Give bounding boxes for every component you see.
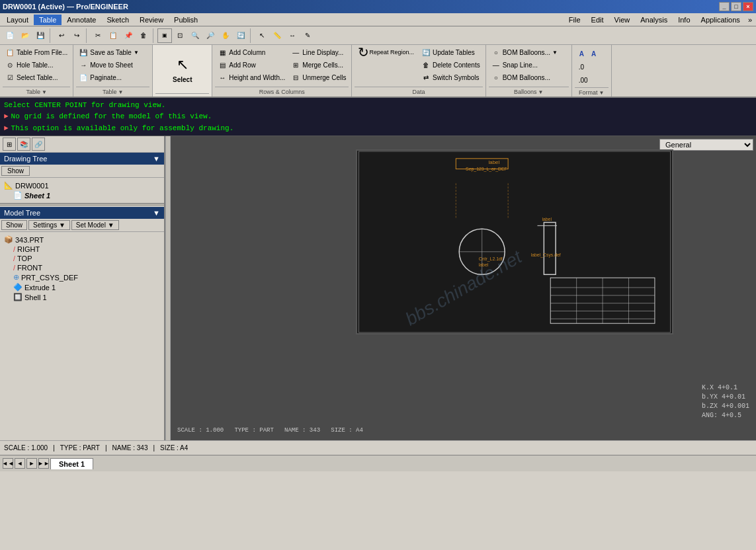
- menu-publish[interactable]: Publish: [169, 15, 203, 25]
- bom-balloons2-button[interactable]: ○ BOM Balloons...: [489, 71, 560, 83]
- height-width-button[interactable]: ↔ Height and Width...: [215, 71, 288, 83]
- shell-icon: 🔲: [13, 293, 22, 301]
- tree-item-drw0001[interactable]: 📐 DRW0001: [3, 180, 161, 190]
- minimize-button[interactable]: _: [719, 2, 730, 11]
- menu-annotate[interactable]: Annotate: [62, 15, 101, 25]
- maximize-button[interactable]: □: [731, 2, 741, 11]
- menu-applications[interactable]: Applications: [696, 15, 745, 25]
- unmerge-cells-button[interactable]: ⊟ Unmerge Cells: [288, 71, 349, 83]
- zoom-fit-button[interactable]: ⊡: [173, 28, 187, 43]
- message-line-2: ► No grid is defined for the model of th…: [4, 112, 752, 120]
- switch-symbols-button[interactable]: ⇄ Switch Symbols: [419, 71, 483, 83]
- svg-rect-0: [358, 151, 670, 333]
- merge-cells-button[interactable]: ⊞ Merge Cells...: [288, 59, 349, 71]
- select-table-button[interactable]: ☑ Select Table...: [3, 71, 70, 83]
- layer-button[interactable]: 📚: [17, 138, 30, 151]
- add-row-button[interactable]: ▤ Add Row: [215, 59, 288, 71]
- sheet-nav-last[interactable]: ►►: [38, 458, 49, 469]
- ribbon-collapse-button[interactable]: »: [745, 15, 755, 25]
- grid-toggle-button[interactable]: ⊞: [3, 138, 16, 151]
- close-button[interactable]: ×: [743, 2, 753, 11]
- model-tree-settings-button[interactable]: Settings ▼: [28, 220, 70, 230]
- hole-table-button[interactable]: ⊙ Hole Table...: [3, 59, 70, 71]
- group2-expand-icon[interactable]: ▼: [118, 89, 124, 95]
- new-button[interactable]: 📄: [3, 28, 17, 43]
- line-display-button[interactable]: — Line Display...: [288, 46, 349, 58]
- menu-sketch[interactable]: Sketch: [101, 15, 134, 25]
- pan-button[interactable]: ✋: [218, 28, 233, 43]
- select-area-button[interactable]: ▣: [157, 28, 172, 43]
- model-tree-collapse[interactable]: ▼: [153, 209, 160, 217]
- menu-file[interactable]: File: [564, 15, 586, 25]
- format-expand-icon[interactable]: ▼: [599, 90, 605, 96]
- tree-item-343prt[interactable]: 📦 343.PRT: [3, 235, 161, 245]
- format-bold-button[interactable]: A: [589, 48, 599, 59]
- open-button[interactable]: 📂: [18, 28, 32, 43]
- menu-edit[interactable]: Edit: [586, 15, 609, 25]
- tree-item-shell1[interactable]: 🔲 Shell 1: [3, 292, 161, 302]
- sheet-nav-next[interactable]: ►: [26, 458, 37, 469]
- table-from-file-button[interactable]: 📋 Table From File...: [3, 46, 70, 58]
- menu-view[interactable]: View: [609, 15, 636, 25]
- right-plane-icon: /: [13, 245, 15, 253]
- rotate-button[interactable]: 🔄: [233, 28, 248, 43]
- bom-balloons-button[interactable]: ○ BOM Balloons... ▼: [489, 46, 560, 58]
- vertical-separator[interactable]: [165, 136, 171, 440]
- repeat-region-button[interactable]: ↻ Repeat Region...: [355, 46, 418, 58]
- dimension-button[interactable]: ↔: [285, 28, 300, 43]
- canvas-area[interactable]: bbs.chinade.net General Detailed Project…: [171, 136, 756, 440]
- tree-item-top[interactable]: / TOP: [3, 254, 161, 263]
- snap-line-button[interactable]: — Snap Line...: [489, 59, 560, 71]
- tree-item-sheet1[interactable]: 📄 Sheet 1: [3, 190, 161, 200]
- sheet-tab-1[interactable]: Sheet 1: [50, 458, 93, 469]
- undo-button[interactable]: ↩: [54, 28, 69, 43]
- drawing-tree-collapse[interactable]: ▼: [153, 155, 160, 163]
- drawing-tree-show-button[interactable]: Show: [1, 166, 30, 176]
- save-as-table-button[interactable]: 💾 Save as Table ▼: [76, 46, 142, 58]
- tree-item-csys[interactable]: ⊕ PRT_CSYS_DEF: [3, 272, 161, 282]
- delete-contents-button[interactable]: 🗑 Delete Contents: [419, 59, 483, 71]
- format-decimal-button[interactable]: .0: [576, 61, 599, 73]
- add-column-button[interactable]: ▦ Add Column: [215, 46, 288, 58]
- merge-cells-icon: ⊞: [291, 60, 300, 69]
- copy-button[interactable]: 📋: [106, 28, 120, 43]
- balloons-expand-icon[interactable]: ▼: [538, 89, 544, 95]
- zoom-out-button[interactable]: 🔎: [203, 28, 218, 43]
- cut-button[interactable]: ✂: [91, 28, 105, 43]
- general-dropdown-container[interactable]: General Detailed Projection Auxiliary Re…: [659, 139, 753, 151]
- save-button[interactable]: 💾: [33, 28, 48, 43]
- snap-button[interactable]: 🔗: [32, 138, 45, 151]
- menu-table[interactable]: Table: [34, 15, 62, 25]
- menu-review[interactable]: Review: [134, 15, 169, 25]
- paginate-button[interactable]: 📄 Paginate...: [76, 71, 142, 83]
- redo-button[interactable]: ↪: [69, 28, 84, 43]
- drawing-tree-header: Drawing Tree ▼: [0, 153, 164, 165]
- zoom-in-button[interactable]: 🔍: [188, 28, 202, 43]
- measure-button[interactable]: 📏: [270, 28, 284, 43]
- update-tables-button[interactable]: 🔄 Update Tables: [419, 46, 483, 58]
- window-controls[interactable]: _ □ ×: [719, 2, 753, 11]
- note-button[interactable]: ✎: [300, 28, 315, 43]
- menu-analysis[interactable]: Analysis: [635, 15, 673, 25]
- sheet-nav-prev[interactable]: ◄: [15, 458, 25, 469]
- group-expand-icon[interactable]: ▼: [42, 89, 47, 95]
- paste-button[interactable]: 📌: [121, 28, 136, 43]
- format-a-button[interactable]: A: [576, 48, 587, 59]
- menu-layout[interactable]: Layout: [1, 15, 34, 25]
- format-number-button[interactable]: .00: [576, 74, 599, 86]
- model-tree-show-button[interactable]: Show: [1, 220, 27, 230]
- add-column-icon: ▦: [218, 48, 227, 57]
- cursor-button[interactable]: ↖: [255, 28, 269, 43]
- tree-item-extrude1[interactable]: 🔷 Extrude 1: [3, 282, 161, 292]
- move-to-sheet-button[interactable]: → Move to Sheet: [76, 59, 142, 71]
- drawing-viewport[interactable]: label Sep_123_L_or_DEF Cntr_L2.1df label…: [356, 149, 673, 334]
- sheet-nav-first[interactable]: ◄◄: [3, 458, 13, 469]
- tree-item-front[interactable]: / FRONT: [3, 263, 161, 272]
- tree-item-right[interactable]: / RIGHT: [3, 245, 161, 254]
- menu-info[interactable]: Info: [673, 15, 695, 25]
- model-tree-set-model-button[interactable]: Set Model ▼: [71, 220, 119, 230]
- status-sep3: |: [153, 444, 155, 452]
- delete-button[interactable]: 🗑: [136, 28, 151, 43]
- general-dropdown-select[interactable]: General Detailed Projection Auxiliary Re…: [660, 139, 753, 150]
- toolbar-separator-3: [153, 28, 155, 43]
